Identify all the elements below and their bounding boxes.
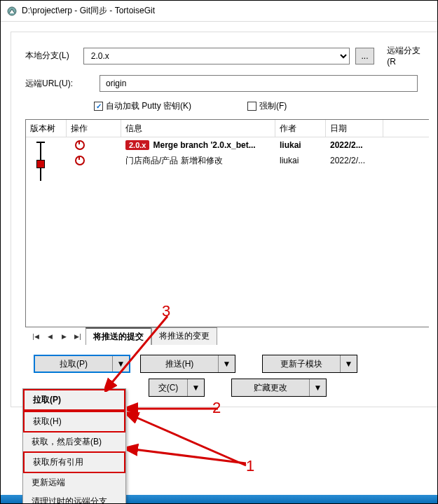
main-panel: 本地分支(L) 2.0.x ... 远端分支(R 远端URL(U): ✓自动加载… [11,32,437,407]
local-branch-label: 本地分支(L) [25,50,78,62]
remote-url-row: 远端URL(U): [25,75,429,92]
annotation-3: 3 [162,302,170,320]
menu-item-fetch[interactable]: 获取(H) [23,411,125,433]
branch-badge: 2.0.x [125,140,149,150]
autoload-putty-label: 自动加载 Putty 密钥(K) [106,100,191,112]
nav-buttons: |◀ ◀ ▶ ▶| [28,328,85,345]
menu-item-fetch-rebase[interactable]: 获取，然后变基(B) [23,433,125,451]
pull-button[interactable]: 拉取(P)▼ [34,355,130,373]
app-icon [6,6,18,17]
push-dropdown[interactable]: ▼ [218,355,235,372]
window-title: D:\project\erp - Git同步 - TortoiseGit [22,5,155,17]
remote-url-input[interactable] [100,75,418,92]
arrow-1b [127,439,253,467]
author-cell: liukai [275,137,326,153]
table-row[interactable]: 门店商品/产品 新增和修改 liukai 2022/2/... [26,153,429,168]
submodule-button[interactable]: 更新子模块▼ [262,355,357,373]
date-cell: 2022/2/... [326,153,383,168]
modified-icon [75,140,85,150]
commit-dropdown[interactable]: ▼ [187,379,204,396]
tab-bar: 将推送的提交 将推送的变更 [85,327,217,345]
annotation-2: 2 [212,399,221,417]
pull-dropdown[interactable]: ▼ [112,356,129,372]
menu-item-fetch-all[interactable]: 获取所有引用 [23,451,125,473]
menu-item-pull[interactable]: 拉取(P) [23,389,125,411]
col-date[interactable]: 日期 [326,120,383,137]
autoload-putty-checkbox[interactable]: ✓自动加载 Putty 密钥(K) [94,100,191,112]
force-label: 强制(F) [259,100,287,112]
menu-item-prune[interactable]: 清理过时的远端分支 [23,492,125,504]
info-cell: 2.0.xMerge branch '2.0.x_bet... [121,137,275,153]
svg-line-1 [134,416,246,465]
annotation-1: 1 [246,457,254,475]
remote-url-label: 远端URL(U): [25,78,78,90]
col-info[interactable]: 信息 [121,120,275,137]
col-op[interactable]: 操作 [67,120,121,137]
nav-first[interactable]: |◀ [29,331,42,342]
info-cell: 门店商品/产品 新增和修改 [121,153,275,168]
column-headers: 版本树 操作 信息 作者 日期 [26,120,429,137]
nav-prev[interactable]: ◀ [43,331,56,342]
nav-next[interactable]: ▶ [57,331,70,342]
col-author[interactable]: 作者 [275,120,326,137]
stash-dropdown[interactable]: ▼ [309,379,326,396]
local-branch-select[interactable]: 2.0.x [83,48,350,64]
push-button[interactable]: 推送(H)▼ [140,355,235,373]
submodule-dropdown[interactable]: ▼ [340,355,357,372]
stash-button[interactable]: 贮藏更改▼ [231,379,327,397]
commit-button-partial[interactable]: 交(C)▼ [149,379,205,397]
tab-outgoing-commits[interactable]: 将推送的提交 [85,327,151,345]
author-cell: liukai [275,153,326,168]
svg-line-3 [134,449,246,463]
options-row: ✓自动加载 Putty 密钥(K) 强制(F) [94,100,429,112]
remote-branch-label: 远端分支(R [387,45,429,67]
pull-dropdown-menu: 拉取(P) 获取(H) 获取，然后变基(B) 获取所有引用 更新远端 清理过时的… [22,388,126,504]
modified-icon [75,156,85,165]
nav-last[interactable]: ▶| [71,331,84,342]
col-tree[interactable]: 版本树 [26,120,67,137]
table-row[interactable]: 2.0.xMerge branch '2.0.x_bet... liukai 2… [26,137,429,153]
tab-outgoing-changes[interactable]: 将推送的变更 [151,327,217,345]
branch-browse-button[interactable]: ... [355,48,375,64]
force-checkbox[interactable]: 强制(F) [247,100,287,112]
date-cell: 2022/2... [326,137,383,153]
title-bar: D:\project\erp - Git同步 - TortoiseGit [1,1,437,22]
local-branch-row: 本地分支(L) 2.0.x ... 远端分支(R [25,45,429,67]
commit-rows: 2.0.xMerge branch '2.0.x_bet... liukai 2… [26,137,429,327]
commit-list: 版本树 操作 信息 作者 日期 2.0.xMerge branch '2.0.x… [25,119,429,327]
menu-item-update-remote[interactable]: 更新远端 [23,473,125,492]
